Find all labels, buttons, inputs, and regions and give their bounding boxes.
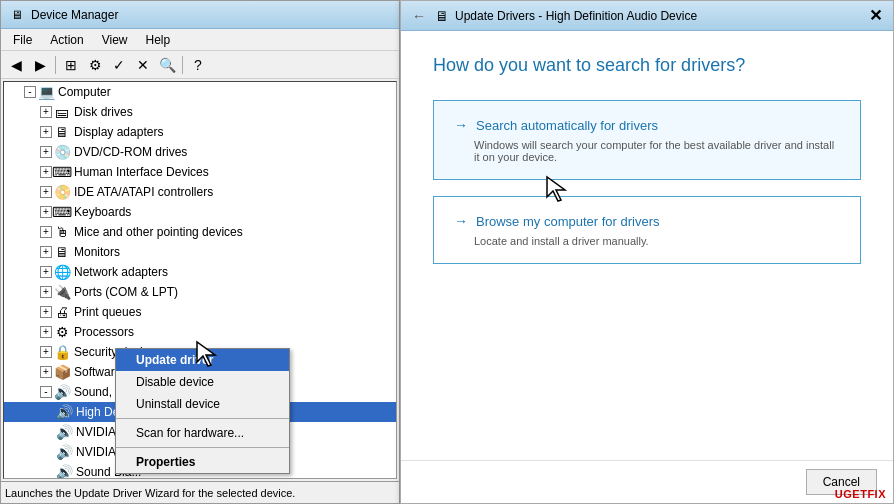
- dialog-close-button[interactable]: ✕: [865, 6, 885, 26]
- menu-file[interactable]: File: [5, 31, 40, 49]
- ide-label: IDE ATA/ATAPI controllers: [74, 183, 213, 201]
- search-auto-desc: Windows will search your computer for th…: [454, 139, 840, 163]
- expand-network[interactable]: +: [40, 266, 52, 278]
- toolbar-forward[interactable]: ▶: [29, 54, 51, 76]
- hid-icon: ⌨: [54, 164, 70, 180]
- option1-arrow-icon: →: [454, 117, 468, 133]
- option2-title-text: Browse my computer for drivers: [476, 214, 660, 229]
- context-scan-hardware[interactable]: Scan for hardware...: [116, 422, 289, 444]
- sound-bla1-icon: 🔊: [56, 464, 72, 479]
- keyboards-label: Keyboards: [74, 203, 131, 221]
- security-icon: 🔒: [54, 344, 70, 360]
- option2-arrow-icon: →: [454, 213, 468, 229]
- tree-ide[interactable]: + 📀 IDE ATA/ATAPI controllers: [4, 182, 396, 202]
- tree-network[interactable]: + 🌐 Network adapters: [4, 262, 396, 282]
- toolbar-properties[interactable]: ⊞: [60, 54, 82, 76]
- expand-ports[interactable]: +: [40, 286, 52, 298]
- tree-mice[interactable]: + 🖱 Mice and other pointing devices: [4, 222, 396, 242]
- expand-ide[interactable]: +: [40, 186, 52, 198]
- dialog-title-left: ← 🖥 Update Drivers - High Definition Aud…: [409, 6, 697, 26]
- hid-label: Human Interface Devices: [74, 163, 209, 181]
- ports-icon: 🔌: [54, 284, 70, 300]
- device-manager-icon: 🖥: [9, 7, 25, 23]
- tree-ports[interactable]: + 🔌 Ports (COM & LPT): [4, 282, 396, 302]
- tree-keyboards[interactable]: + ⌨ Keyboards: [4, 202, 396, 222]
- network-icon: 🌐: [54, 264, 70, 280]
- tree-display[interactable]: + 🖥 Display adapters: [4, 122, 396, 142]
- nvidia-vi-icon: 🔊: [56, 444, 72, 460]
- status-text: Launches the Update Driver Wizard for th…: [5, 487, 295, 499]
- toolbar: ◀ ▶ ⊞ ⚙ ✓ ✕ 🔍 ?: [1, 51, 399, 79]
- processors-label: Processors: [74, 323, 134, 341]
- expand-print[interactable]: +: [40, 306, 52, 318]
- toolbar-uninstall[interactable]: ✕: [132, 54, 154, 76]
- expand-security[interactable]: +: [40, 346, 52, 358]
- status-bar: Launches the Update Driver Wizard for th…: [1, 481, 399, 503]
- device-manager-title: Device Manager: [31, 8, 391, 22]
- ports-label: Ports (COM & LPT): [74, 283, 178, 301]
- mice-icon: 🖱: [54, 224, 70, 240]
- browse-option[interactable]: → Browse my computer for drivers Locate …: [433, 196, 861, 264]
- nvidia-hi-icon: 🔊: [56, 424, 72, 440]
- search-auto-title: → Search automatically for drivers: [454, 117, 840, 133]
- toolbar-sep1: [55, 56, 56, 74]
- tree-processors[interactable]: + ⚙ Processors: [4, 322, 396, 342]
- computer-icon: 💻: [38, 84, 54, 100]
- hd-audio-icon: 🔊: [56, 404, 72, 420]
- toolbar-scan[interactable]: 🔍: [156, 54, 178, 76]
- tree-monitors[interactable]: + 🖥 Monitors: [4, 242, 396, 262]
- toolbar-help[interactable]: ?: [187, 54, 209, 76]
- expand-software[interactable]: +: [40, 366, 52, 378]
- computer-label: Computer: [58, 83, 111, 101]
- tree-print[interactable]: + 🖨 Print queues: [4, 302, 396, 322]
- menu-help[interactable]: Help: [138, 31, 179, 49]
- expand-sound[interactable]: -: [40, 386, 52, 398]
- context-sep1: [116, 418, 289, 419]
- dialog-monitor-icon: 🖥: [435, 8, 449, 24]
- menubar: File Action View Help: [1, 29, 399, 51]
- dialog-back-button[interactable]: ←: [409, 6, 429, 26]
- context-sep2: [116, 447, 289, 448]
- ide-icon: 📀: [54, 184, 70, 200]
- context-properties[interactable]: Properties: [116, 451, 289, 473]
- sound-icon: 🔊: [54, 384, 70, 400]
- print-label: Print queues: [74, 303, 141, 321]
- network-label: Network adapters: [74, 263, 168, 281]
- dialog-title-text: Update Drivers - High Definition Audio D…: [455, 9, 697, 23]
- dialog-footer: Cancel: [401, 460, 893, 503]
- tree-computer[interactable]: - 💻 Computer: [4, 82, 396, 102]
- expand-mice[interactable]: +: [40, 226, 52, 238]
- browse-title: → Browse my computer for drivers: [454, 213, 840, 229]
- update-drivers-dialog: ← 🖥 Update Drivers - High Definition Aud…: [400, 0, 894, 504]
- expand-disk[interactable]: +: [40, 106, 52, 118]
- software-icon: 📦: [54, 364, 70, 380]
- tree-dvd[interactable]: + 💿 DVD/CD-ROM drives: [4, 142, 396, 162]
- processors-icon: ⚙: [54, 324, 70, 340]
- dvd-label: DVD/CD-ROM drives: [74, 143, 187, 161]
- context-disable-device[interactable]: Disable device: [116, 371, 289, 393]
- expand-hid[interactable]: +: [40, 166, 52, 178]
- context-uninstall-device[interactable]: Uninstall device: [116, 393, 289, 415]
- expand-monitors[interactable]: +: [40, 246, 52, 258]
- expand-computer[interactable]: -: [24, 86, 36, 98]
- tree-disk-drives[interactable]: + 🖴 Disk drives: [4, 102, 396, 122]
- disk-icon: 🖴: [54, 104, 70, 120]
- toolbar-update-driver[interactable]: ⚙: [84, 54, 106, 76]
- display-label: Display adapters: [74, 123, 163, 141]
- tree-hid[interactable]: + ⌨ Human Interface Devices: [4, 162, 396, 182]
- expand-display[interactable]: +: [40, 126, 52, 138]
- dialog-question: How do you want to search for drivers?: [433, 55, 861, 76]
- search-auto-option[interactable]: → Search automatically for drivers Windo…: [433, 100, 861, 180]
- context-update-driver[interactable]: Update driver: [116, 349, 289, 371]
- toolbar-enable[interactable]: ✓: [108, 54, 130, 76]
- menu-view[interactable]: View: [94, 31, 136, 49]
- dialog-titlebar: ← 🖥 Update Drivers - High Definition Aud…: [401, 1, 893, 31]
- toolbar-sep2: [182, 56, 183, 74]
- expand-keyboards[interactable]: +: [40, 206, 52, 218]
- expand-processors[interactable]: +: [40, 326, 52, 338]
- monitors-icon: 🖥: [54, 244, 70, 260]
- toolbar-back[interactable]: ◀: [5, 54, 27, 76]
- expand-dvd[interactable]: +: [40, 146, 52, 158]
- browse-desc: Locate and install a driver manually.: [454, 235, 840, 247]
- menu-action[interactable]: Action: [42, 31, 91, 49]
